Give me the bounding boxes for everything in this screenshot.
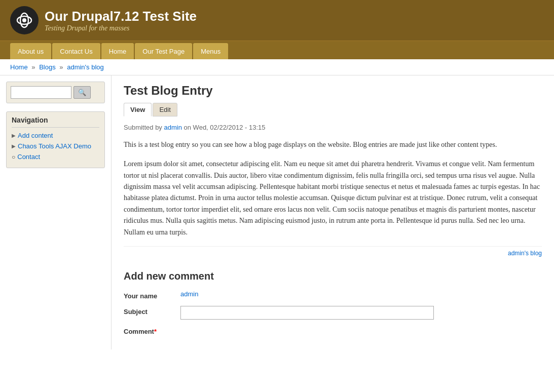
site-title-area: Our Drupal7.12 Test Site Testing Drupal … [45, 9, 197, 32]
tab-view[interactable]: View [124, 103, 152, 116]
add-content-link[interactable]: Add content [18, 132, 53, 139]
sidebar: 🔍 Navigation ▶ Add content ▶ Chaos Tools… [0, 75, 112, 349]
admin-blog-tag: admin's blog [124, 246, 542, 260]
arrow-icon-2: ▶ [12, 143, 16, 149]
nav-home[interactable]: Home [101, 43, 134, 59]
comment-row: Comment* [124, 326, 542, 335]
search-box: 🔍 [6, 82, 105, 103]
chaos-tools-link[interactable]: Chaos Tools AJAX Demo [18, 142, 91, 150]
submitted-by-label: Submitted by [124, 124, 162, 131]
nav-menus[interactable]: Menus [193, 43, 228, 59]
main-layout: 🔍 Navigation ▶ Add content ▶ Chaos Tools… [0, 75, 554, 349]
contact-link[interactable]: Contact [17, 153, 40, 161]
sidebar-item-add-content[interactable]: ▶ Add content [12, 132, 99, 139]
subject-row: Subject [124, 306, 542, 320]
breadcrumb-home[interactable]: Home [10, 63, 28, 71]
submitted-info: Submitted by admin on Wed, 02/22/2012 - … [124, 123, 542, 133]
breadcrumb-sep1: » [31, 63, 35, 71]
content-body: Submitted by admin on Wed, 02/22/2012 - … [124, 123, 542, 260]
author-link[interactable]: admin [164, 124, 182, 131]
breadcrumb-blogs[interactable]: Blogs [39, 63, 56, 71]
submitted-on: on Wed, 02/22/2012 - 13:15 [184, 124, 266, 131]
navbar: About us Contact Us Home Our Test Page M… [0, 41, 554, 59]
breadcrumb-admin-blog[interactable]: admin's blog [67, 63, 104, 71]
nav-block-title: Navigation [12, 116, 99, 128]
search-button[interactable]: 🔍 [73, 86, 91, 99]
site-title: Our Drupal7.12 Test Site [45, 9, 197, 24]
your-name-label: Your name [124, 290, 174, 300]
comment-section-title: Add new comment [124, 270, 542, 282]
breadcrumb: Home » Blogs » admin's blog [0, 59, 554, 75]
navigation-block: Navigation ▶ Add content ▶ Chaos Tools A… [6, 111, 105, 168]
site-header: Our Drupal7.12 Test Site Testing Drupal … [0, 0, 554, 41]
breadcrumb-sep2: » [59, 63, 63, 71]
logo-area: Our Drupal7.12 Test Site Testing Drupal … [10, 6, 197, 34]
admin-blog-link[interactable]: admin's blog [508, 250, 542, 257]
bullet-icon: ○ [12, 153, 15, 161]
svg-point-3 [22, 18, 26, 22]
nav-about[interactable]: About us [10, 43, 51, 59]
required-star: * [154, 328, 157, 335]
site-logo [10, 6, 39, 34]
nav-contact[interactable]: Contact Us [52, 43, 100, 59]
subject-input[interactable] [180, 306, 434, 320]
sidebar-item-contact[interactable]: ○ Contact [12, 153, 99, 161]
tab-edit[interactable]: Edit [153, 103, 177, 116]
tabs: View Edit [124, 103, 542, 116]
comment-section: Add new comment Your name admin Subject … [124, 270, 542, 335]
arrow-icon: ▶ [12, 133, 16, 138]
page-title: Test Blog Entry [124, 84, 542, 98]
comment-label: Comment* [124, 326, 174, 335]
nav-test-page[interactable]: Our Test Page [135, 43, 192, 59]
your-name-value: admin [180, 290, 198, 298]
subject-label: Subject [124, 306, 174, 316]
search-input[interactable] [11, 86, 71, 99]
your-name-row: Your name admin [124, 290, 542, 300]
site-slogan: Testing Drupal for the masses [45, 24, 197, 32]
content-area: Test Blog Entry View Edit Submitted by a… [112, 75, 554, 349]
sidebar-item-chaos-tools[interactable]: ▶ Chaos Tools AJAX Demo [12, 142, 99, 150]
intro-text: This is a test blog entry so you can see… [124, 139, 542, 150]
lorem-text: Lorem ipsum dolor sit amet, consectetur … [124, 159, 542, 238]
